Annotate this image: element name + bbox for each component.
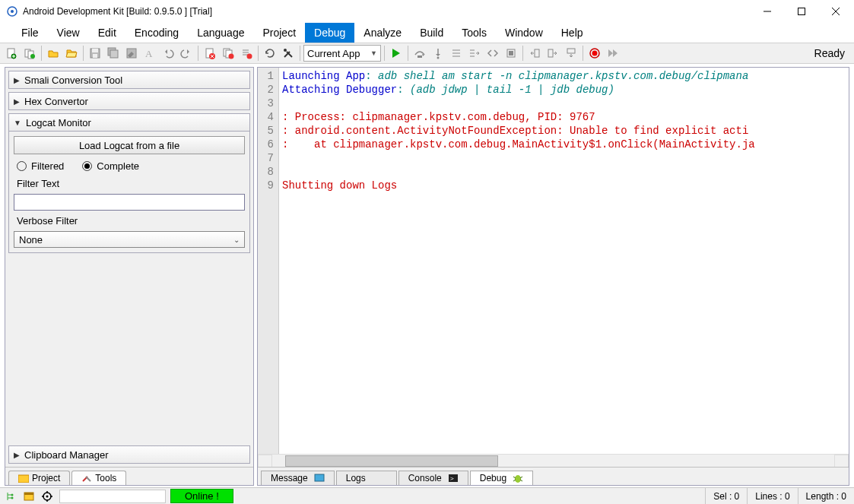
output-tab-message[interactable]: Message	[261, 471, 335, 485]
font-icon[interactable]: A	[141, 45, 158, 62]
logs-icon	[372, 474, 383, 483]
new-file-icon[interactable]	[3, 45, 20, 62]
docs-delete-icon[interactable]	[220, 45, 237, 62]
window-title: Android Development Kit [Build: 0.9.5.0 …	[23, 6, 750, 17]
svg-rect-43	[509, 51, 513, 55]
menu-debug[interactable]: Debug	[305, 23, 354, 43]
new-project-icon[interactable]	[21, 45, 38, 62]
step-line-icon[interactable]	[466, 45, 483, 62]
redo-icon[interactable]	[178, 45, 195, 62]
menu-bar: FileViewEditEncodingLanguageProjectDebug…	[0, 23, 854, 43]
step-into-icon[interactable]	[430, 45, 446, 62]
menu-help[interactable]: Help	[552, 23, 592, 43]
verbose-filter-select[interactable]: None⌄	[14, 231, 245, 248]
expand-right-icon: ▶	[14, 76, 20, 84]
svg-rect-66	[24, 493, 33, 495]
svg-rect-3	[798, 8, 805, 14]
logcat-panel-header[interactable]: ▼Logcat Monitor	[8, 113, 250, 132]
sidebar-tabs: Project Tools	[5, 467, 253, 485]
app-icon	[6, 5, 18, 17]
save-icon[interactable]	[87, 45, 103, 62]
filter-text-label: Filter Text	[14, 178, 245, 189]
svg-point-35	[437, 57, 440, 59]
svg-rect-44	[535, 49, 539, 57]
run-target-combo[interactable]: Current App▼	[303, 45, 381, 62]
tree-icon[interactable]	[3, 490, 18, 503]
svg-point-55	[515, 475, 521, 483]
menu-edit[interactable]: Edit	[89, 23, 125, 43]
window-icon[interactable]	[21, 490, 37, 503]
horizontal-scrollbar[interactable]	[258, 454, 849, 467]
svg-rect-49	[18, 475, 29, 483]
menu-analyze[interactable]: Analyze	[354, 23, 411, 43]
svg-rect-14	[92, 49, 98, 52]
expand-right-icon: ▶	[14, 451, 20, 459]
step-out-icon[interactable]	[448, 45, 465, 62]
save-as-icon[interactable]	[123, 45, 140, 62]
refresh-icon[interactable]	[262, 45, 278, 62]
menu-file[interactable]: File	[12, 23, 48, 43]
run-icon[interactable]	[388, 45, 405, 62]
expand-down-icon: ▼	[14, 119, 21, 127]
filtered-radio[interactable]: Filtered	[17, 160, 64, 172]
chevron-down-icon: ⌄	[233, 236, 240, 244]
menu-language[interactable]: Language	[188, 23, 253, 43]
menu-tools[interactable]: Tools	[452, 23, 496, 43]
exit-left-icon[interactable]	[526, 45, 543, 62]
menu-encoding[interactable]: Encoding	[125, 23, 188, 43]
debug-icon	[513, 474, 523, 483]
main-toolbar: A Current App▼ Ready	[0, 43, 854, 64]
open-file-icon[interactable]	[45, 45, 62, 62]
output-tab-debug[interactable]: Debug	[470, 471, 533, 485]
frame-icon[interactable]	[503, 45, 519, 62]
svg-point-64	[11, 496, 14, 499]
logcat-panel-title: Logcat Monitor	[26, 117, 91, 128]
open-folder-icon[interactable]	[63, 45, 80, 62]
menu-build[interactable]: Build	[411, 23, 452, 43]
svg-rect-34	[417, 55, 422, 58]
code-icon[interactable]	[484, 45, 501, 62]
svg-rect-45	[548, 49, 553, 57]
maximize-button[interactable]	[784, 0, 818, 22]
list-delete-icon[interactable]	[238, 45, 255, 62]
load-logcat-button[interactable]: Load Logcat from a file	[14, 136, 245, 154]
code-view[interactable]: Launching App: adb shell am start -n cli…	[279, 68, 849, 454]
svg-line-51	[86, 477, 90, 481]
smali-panel-header[interactable]: ▶Smali Conversion Tool	[8, 71, 250, 89]
gear-icon[interactable]	[40, 490, 55, 503]
svg-text:>: >	[450, 475, 454, 482]
status-bar: Online ! Sel : 0 Lines : 0 Length : 0	[0, 487, 854, 504]
close-button[interactable]	[818, 0, 852, 22]
svg-point-48	[592, 51, 598, 56]
tab-project[interactable]: Project	[8, 471, 70, 485]
output-tab-logs[interactable]: Logs	[336, 471, 397, 485]
exit-right-icon[interactable]	[544, 45, 561, 62]
title-bar: Android Development Kit [Build: 0.9.5.0 …	[0, 0, 854, 23]
complete-radio[interactable]: Complete	[82, 160, 139, 172]
doc-delete-icon[interactable]	[202, 45, 218, 62]
chevron-down-icon: ▼	[370, 49, 377, 57]
menu-project[interactable]: Project	[253, 23, 305, 43]
logcat-panel-body: Load Logcat from a file Filtered Complet…	[8, 132, 250, 253]
output-tab-console[interactable]: Console>	[398, 471, 468, 485]
filter-text-input[interactable]	[14, 194, 245, 211]
status-length: Length : 0	[798, 488, 854, 504]
svg-rect-46	[567, 49, 575, 53]
menu-window[interactable]: Window	[496, 23, 552, 43]
undo-icon[interactable]	[160, 45, 176, 62]
save-all-icon[interactable]	[105, 45, 122, 62]
tab-tools[interactable]: Tools	[71, 471, 126, 485]
minimize-button[interactable]	[750, 0, 784, 22]
clipboard-panel-header[interactable]: ▶Clipboard Manager	[8, 445, 250, 464]
exit-down-icon[interactable]	[563, 45, 579, 62]
settings-icon[interactable]	[280, 45, 297, 62]
svg-point-33	[284, 49, 287, 52]
status-sel: Sel : 0	[705, 488, 747, 504]
status-empty-field	[59, 490, 166, 503]
record-icon[interactable]	[586, 45, 603, 62]
step-over-icon[interactable]	[411, 45, 428, 62]
verbose-filter-label: Verbose Filter	[14, 215, 245, 227]
hex-panel-header[interactable]: ▶Hex Convertor	[8, 92, 250, 110]
menu-view[interactable]: View	[48, 23, 89, 43]
fast-forward-icon[interactable]	[605, 45, 621, 62]
